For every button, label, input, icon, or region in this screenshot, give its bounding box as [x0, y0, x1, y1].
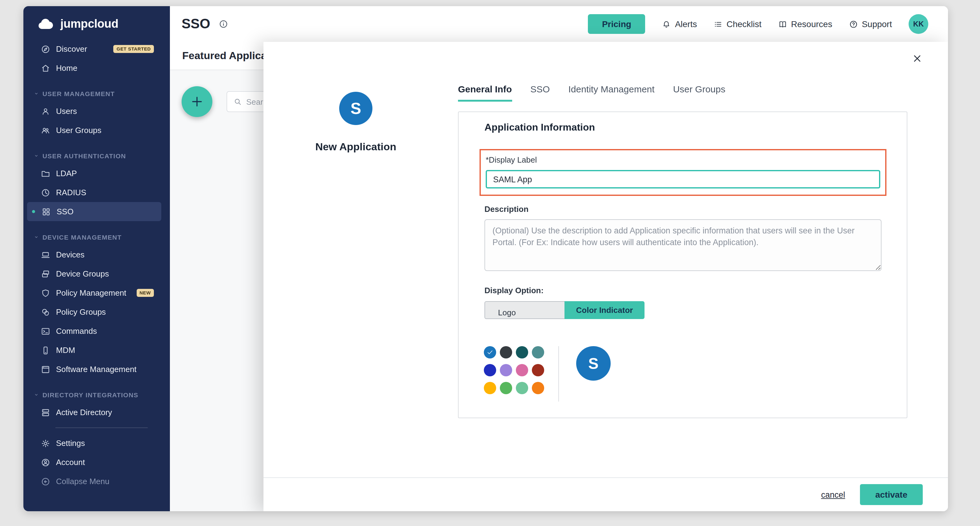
home-icon: [41, 63, 51, 73]
sidebar-item-device-groups[interactable]: Device Groups: [23, 264, 170, 283]
sidebar-item-users[interactable]: Users: [23, 102, 170, 121]
checklist-label: Checklist: [726, 19, 762, 29]
color-swatch[interactable]: [516, 382, 528, 394]
sidebar-item-label: Discover: [56, 45, 87, 54]
checklist-icon: [713, 19, 723, 29]
modal-footer: cancel activate: [264, 477, 948, 511]
alerts-link[interactable]: Alerts: [662, 19, 697, 29]
layers-icon: [41, 269, 51, 279]
shield-icon: [41, 288, 51, 298]
sidebar-item-home[interactable]: Home: [23, 59, 170, 78]
section-user-management[interactable]: USER MANAGEMENT: [23, 86, 170, 102]
logo-text: jumpcloud: [60, 17, 118, 31]
server-icon: [41, 407, 51, 417]
app-name: New Application: [315, 141, 396, 153]
compass-icon: [41, 44, 51, 54]
close-button[interactable]: [911, 53, 923, 65]
question-icon: [849, 19, 858, 29]
pricing-button[interactable]: Pricing: [588, 14, 646, 34]
section-user-authentication[interactable]: USER AUTHENTICATION: [23, 148, 170, 164]
activate-button[interactable]: activate: [860, 484, 923, 505]
resources-label: Resources: [791, 19, 832, 29]
swatch-preview-divider: [558, 346, 559, 402]
color-swatch[interactable]: [500, 364, 512, 376]
info-icon[interactable]: [219, 19, 229, 29]
new-application-modal: S New Application General Info SSO Ident…: [264, 42, 948, 511]
chevron-down-icon: [33, 392, 40, 398]
sidebar-item-devices[interactable]: Devices: [23, 245, 170, 264]
sidebar-item-policy-groups[interactable]: Policy Groups: [23, 303, 170, 322]
app-identity: S New Application: [264, 92, 448, 153]
display-label-highlight: *Display Label: [479, 149, 886, 196]
terminal-icon: [41, 326, 51, 336]
cancel-link[interactable]: cancel: [821, 490, 845, 499]
color-swatch[interactable]: [484, 364, 496, 376]
support-link[interactable]: Support: [849, 19, 892, 29]
sidebar-item-label: User Groups: [56, 126, 101, 135]
color-swatch-selected[interactable]: [484, 346, 496, 359]
color-swatch[interactable]: [484, 382, 496, 394]
page-title: SSO: [181, 16, 210, 32]
sidebar-item-sso[interactable]: SSO: [27, 202, 161, 221]
tab-user-groups[interactable]: User Groups: [673, 84, 725, 102]
support-label: Support: [862, 19, 892, 29]
sidebar-item-label: Active Directory: [56, 408, 112, 417]
color-swatch[interactable]: [500, 382, 512, 394]
logo-option-button[interactable]: Logo: [484, 301, 565, 319]
jumpcloud-cloud-icon: [36, 18, 55, 30]
display-option-label: Display Option:: [484, 286, 881, 295]
sidebar-item-mdm[interactable]: MDM: [23, 341, 170, 360]
display-label-input[interactable]: [486, 170, 880, 188]
sidebar-nav: Discover GET STARTED Home USER MANAGEMEN…: [23, 37, 170, 511]
resources-link[interactable]: Resources: [778, 19, 832, 29]
app-window-icon: [41, 364, 51, 374]
jumpcloud-logo[interactable]: jumpcloud: [23, 6, 170, 37]
sidebar-item-label: LDAP: [56, 169, 77, 178]
sidebar-item-policy-management[interactable]: Policy Management NEW: [23, 283, 170, 303]
tab-sso[interactable]: SSO: [530, 84, 550, 102]
search-icon: [233, 97, 242, 106]
color-swatch[interactable]: [532, 382, 544, 394]
color-swatch[interactable]: [516, 364, 528, 376]
grid-icon: [41, 207, 51, 217]
sidebar-item-label: Collapse Menu: [56, 477, 109, 486]
color-swatch[interactable]: [532, 346, 544, 359]
new-badge: NEW: [136, 289, 154, 297]
color-swatch[interactable]: [532, 364, 544, 376]
sidebar-item-label: Users: [56, 107, 77, 116]
sidebar-item-ldap[interactable]: LDAP: [23, 164, 170, 183]
section-device-management[interactable]: DEVICE MANAGEMENT: [23, 229, 170, 245]
sidebar-item-commands[interactable]: Commands: [23, 322, 170, 341]
header-actions: Pricing Alerts Checklist Resources: [588, 14, 928, 34]
description-textarea[interactable]: [484, 219, 881, 271]
display-option-segmented: Logo Color Indicator: [484, 301, 881, 319]
sidebar-item-label: SSO: [57, 207, 73, 216]
chevron-down-icon: [33, 91, 40, 97]
gear-icon: [41, 438, 51, 448]
add-application-button[interactable]: [181, 86, 212, 117]
sidebar-item-radius[interactable]: RADIUS: [23, 183, 170, 202]
sidebar-item-active-directory[interactable]: Active Directory: [23, 403, 170, 422]
color-indicator-option-button[interactable]: Color Indicator: [565, 301, 644, 319]
color-swatch[interactable]: [500, 346, 512, 359]
chevron-down-icon: [33, 153, 40, 159]
sidebar-item-user-groups[interactable]: User Groups: [23, 121, 170, 140]
folder-icon: [41, 169, 51, 178]
sidebar-item-account[interactable]: Account: [23, 453, 170, 472]
sidebar-item-discover[interactable]: Discover GET STARTED: [23, 40, 170, 59]
sidebar-item-label: Policy Groups: [56, 308, 106, 317]
user-icon: [41, 106, 51, 116]
tab-identity-management[interactable]: Identity Management: [568, 84, 654, 102]
tab-general-info[interactable]: General Info: [458, 84, 512, 102]
checklist-link[interactable]: Checklist: [713, 19, 762, 29]
sidebar-item-label: Settings: [56, 438, 85, 448]
color-indicator-preview: S: [576, 346, 611, 381]
color-swatch[interactable]: [516, 346, 528, 359]
sidebar-item-label: Account: [56, 457, 85, 467]
sidebar-item-software-management[interactable]: Software Management: [23, 360, 170, 379]
section-directory-integrations[interactable]: DIRECTORY INTEGRATIONS: [23, 387, 170, 403]
user-avatar[interactable]: KK: [908, 14, 928, 34]
section-label: USER AUTHENTICATION: [43, 152, 126, 159]
sidebar-item-collapse-menu[interactable]: Collapse Menu: [23, 472, 170, 491]
sidebar-item-settings[interactable]: Settings: [23, 434, 170, 453]
